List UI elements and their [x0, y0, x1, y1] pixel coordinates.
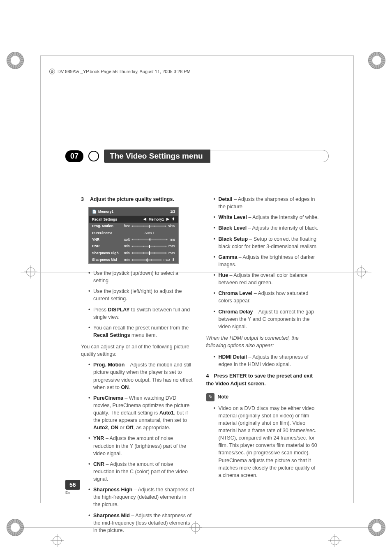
osd-slider [131, 239, 168, 240]
osd-row-value: softfine [124, 237, 175, 242]
page-number: 56 [65, 480, 80, 490]
scroll-down-icon: ⬇ [172, 257, 175, 263]
setting-desc: – Adjusts the intensity of white. [247, 214, 318, 220]
setting-name: White Level [219, 214, 247, 220]
list-item: Sharpness Mid – Adjusts the sharpness of… [88, 512, 195, 534]
arrow-left-icon: ◀ [143, 216, 146, 222]
setting-name: Prog. Motion [93, 362, 125, 368]
setting-desc: – Adjusts the sharpness of edges in the … [219, 196, 315, 210]
osd-slider [131, 226, 166, 227]
osd-left-label: fast [124, 223, 130, 228]
setting-desc: – Adjusts the amount of noise reduction … [93, 435, 186, 456]
printer-rosette-icon [368, 52, 385, 69]
list-item: Chroma Delay – Adjust to correct the gap… [214, 308, 320, 330]
chapter-number-badge: 07 [65, 150, 83, 162]
setting-name: Sharpness Mid [93, 513, 130, 518]
list-item: YNR – Adjusts the amount of noise reduct… [88, 435, 195, 457]
osd-title: Memory1 [98, 209, 113, 214]
osd-page-indicator: 1/3 [170, 209, 175, 214]
tips-list: Use the joystick (up/down) to select a s… [88, 269, 195, 339]
osd-setting-row: Sharpness Midminmax⬇ [89, 256, 178, 263]
registration-target-icon [330, 536, 339, 545]
settings-list-right: Detail – Adjusts the sharpness of edges … [214, 196, 320, 330]
list-item: Black Setup – Setup to correct the float… [214, 235, 320, 250]
osd-row-value: minmax [124, 244, 175, 249]
list-item: Use the joystick (up/down) to select a s… [88, 269, 195, 284]
osd-recall-value: Memory1 [149, 217, 164, 222]
osd-right-label: slow [168, 223, 175, 228]
page-frame: 07 The Video Settings menu 3 Adjust the … [40, 55, 354, 503]
osd-setting-row: Sharpness Highminmax [89, 250, 178, 256]
chapter-ring-icon [88, 151, 99, 161]
printer-rosette-icon [7, 519, 24, 536]
bold-term: DISPLAY [108, 307, 129, 313]
setting-desc: – Adjusts the overall color balance betw… [219, 272, 308, 286]
list-item: Chroma Level – Adjusts how saturated col… [214, 290, 320, 304]
note-label: Note [218, 394, 229, 401]
page-lang: En [65, 491, 80, 495]
step-label: Adjust the picture quality settings. [90, 196, 174, 202]
list-item: CNR – Adjusts the amount of noise reduct… [88, 461, 195, 483]
osd-row-label: CNR [92, 244, 122, 249]
document-icon: 📄 [92, 209, 97, 214]
list-item: White Level – Adjusts the intensity of w… [214, 214, 320, 221]
setting-name: Hue [219, 272, 228, 278]
osd-left-label: min [124, 251, 130, 256]
home-up-icon: ⬆ [172, 216, 175, 222]
osd-setting-row: YNRsoftfine [89, 236, 178, 243]
list-item: Black Level – Adjusts the intensity of b… [214, 224, 320, 232]
bold-term: Recall Settings [93, 332, 130, 338]
list-item: Detail – Adjusts the sharpness of edges … [214, 196, 320, 210]
settings-list-left: Prog. Motion – Adjusts the motion and st… [88, 361, 195, 534]
osd-row-label: Prog. Motion [92, 223, 122, 228]
setting-name: Black Level [219, 225, 247, 231]
page-number-block: 56 En [65, 480, 80, 495]
printer-rosette-icon [368, 519, 385, 536]
setting-name: PureCinema [93, 395, 123, 401]
list-item: Sharpness High – Adjusts the sharpness o… [88, 486, 195, 508]
osd-row-value: minmax [124, 257, 170, 262]
setting-name: Black Setup [219, 236, 248, 242]
osd-setting-row: CNRminmax [89, 243, 178, 249]
osd-setting-row: PureCinemaAuto 1 [89, 230, 178, 236]
osd-left-label: soft [124, 237, 130, 242]
registration-target-icon [53, 536, 62, 545]
osd-right-label: max [164, 257, 170, 262]
list-item: Press DISPLAY to switch between full and… [88, 306, 195, 321]
setting-desc: – Adjusts the intensity of black. [247, 225, 318, 231]
osd-row-value: minmax [124, 251, 175, 256]
osd-slider [131, 259, 162, 261]
osd-preview: 📄 Memory1 1/3 Recall Settings ◀ Memory1 … [88, 207, 179, 264]
list-item: You can recall the preset number from th… [88, 324, 195, 339]
note-list: Video on a DVD discs may be either video… [214, 405, 320, 479]
step-4-heading: 4Press ENTER to save the preset and exit… [206, 372, 320, 387]
hdmi-list: HDMI Detail – Adjusts the sharpness of e… [214, 353, 320, 368]
setting-name: Chroma Delay [219, 309, 253, 315]
setting-name: CNR [93, 461, 104, 467]
chapter-title-tail [210, 150, 329, 162]
hdmi-intro: When the HDMI output is connected, the f… [206, 334, 320, 349]
list-item: Video on a DVD discs may be either video… [214, 405, 320, 479]
osd-slider [131, 246, 167, 247]
osd-right-label: max [168, 251, 175, 256]
setting-name: Gamma [219, 254, 238, 260]
osd-row-label: PureCinema [92, 230, 122, 235]
setting-name: YNR [93, 435, 104, 441]
list-item: Prog. Motion – Adjusts the motion and st… [88, 361, 195, 391]
setting-name: Chroma Level [219, 290, 253, 296]
settings-intro: You can adjust any or all of the followi… [81, 343, 195, 358]
osd-left-label: min [124, 244, 130, 249]
osd-recall-label: Recall Settings [92, 217, 117, 222]
arrow-right-icon: ▶ [166, 216, 169, 222]
list-item: Gamma – Adjusts the brightness of darker… [214, 253, 320, 268]
osd-setting-row: Prog. Motionfastslow [89, 223, 178, 229]
step-3-heading: 3 Adjust the picture quality settings. [81, 196, 195, 203]
step-number: 3 [81, 196, 84, 202]
left-column: 3 Adjust the picture quality settings. 📄… [81, 196, 195, 538]
setting-name: Detail [219, 196, 233, 202]
osd-right-label: fine [169, 237, 175, 242]
step-label: Press ENTER to save the preset and exit … [206, 373, 313, 386]
list-item: HDMI Detail – Adjusts the sharpness of e… [214, 353, 320, 368]
note-header: ✎ Note [206, 393, 320, 401]
osd-left-label: min [124, 257, 130, 262]
